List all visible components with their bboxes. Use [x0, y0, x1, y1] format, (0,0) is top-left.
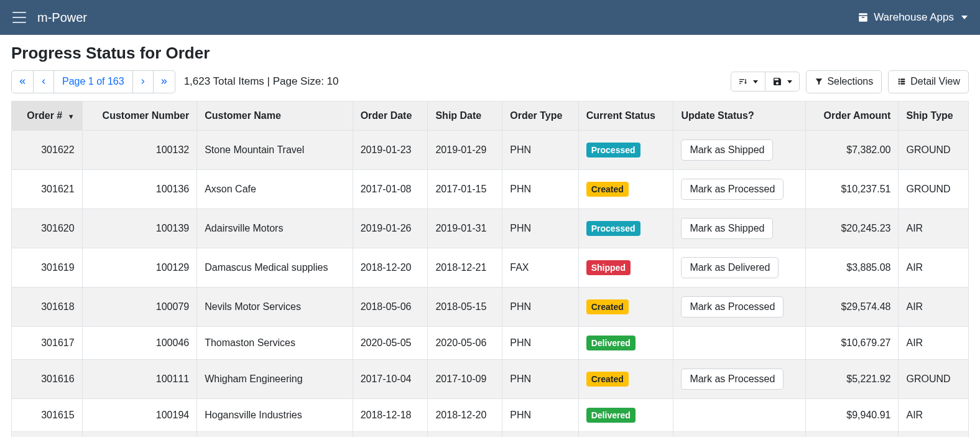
cell-order-amount: $29,574.48: [806, 287, 899, 326]
col-customer-number[interactable]: Customer Number: [82, 101, 197, 130]
detail-view-button[interactable]: Detail View: [888, 70, 969, 93]
col-order-amount[interactable]: Order Amount: [806, 101, 899, 130]
cell-ship-date: 2018-12-21: [428, 248, 502, 287]
cell-current-status: Shipped: [578, 248, 673, 287]
status-badge: Processed: [586, 221, 640, 236]
cell-order-date: 2017-08-20: [353, 432, 428, 437]
prev-page-button[interactable]: [34, 70, 54, 93]
cell-update-status: Mark as Processed: [673, 359, 806, 398]
col-ship-date[interactable]: Ship Date: [428, 101, 502, 130]
col-order-date[interactable]: Order Date: [353, 101, 428, 130]
cell-order-date: 2020-05-05: [353, 326, 428, 359]
cell-order-type: PHN: [502, 398, 578, 431]
update-status-button[interactable]: Mark as Shipped: [681, 218, 773, 239]
svg-rect-2: [899, 81, 900, 82]
cell-order-amount: $9,940.91: [806, 398, 899, 431]
app-header: m-Power Warehouse Apps: [0, 0, 980, 35]
cell-update-status: Mark as Shipped: [673, 130, 806, 169]
cell-customer-name: Whigham Engineering: [197, 359, 353, 398]
cell-ship-type: GROUND: [899, 432, 969, 437]
cell-ship-type: AIR: [899, 326, 969, 359]
table-row: 301622100132Stone Mountain Travel2019-01…: [12, 130, 969, 169]
export-button[interactable]: [765, 72, 800, 92]
svg-rect-0: [899, 79, 900, 80]
table-row: 301614100096Nevils Studios2017-08-202017…: [12, 432, 969, 437]
cell-ship-date: 2017-01-15: [428, 169, 502, 209]
cell-order-number: 301619: [12, 248, 83, 287]
cell-order-date: 2017-10-04: [353, 359, 428, 398]
update-status-button[interactable]: Mark as Shipped: [681, 139, 773, 161]
cell-customer-number: 100111: [82, 359, 197, 398]
cell-ship-type: GROUND: [899, 359, 969, 398]
status-badge: Delivered: [586, 408, 636, 423]
cell-order-amount: $10,679.27: [806, 326, 899, 359]
chevrons-right-icon: [160, 77, 169, 86]
col-ship-type[interactable]: Ship Type: [899, 101, 969, 130]
cell-order-number: 301622: [12, 130, 83, 169]
page-indicator[interactable]: Page 1 of 163: [54, 70, 133, 93]
cell-order-type: PHN: [502, 130, 578, 169]
cell-current-status: Created: [578, 169, 673, 209]
selections-button[interactable]: Selections: [806, 70, 882, 93]
sort-desc-icon: ▼: [68, 113, 75, 120]
cell-order-date: 2017-01-08: [353, 169, 428, 209]
toolbar-right: Selections Detail View: [731, 70, 969, 93]
cell-order-date: 2018-12-20: [353, 248, 428, 287]
update-status-button[interactable]: Mark as Processed: [681, 369, 784, 390]
update-status-button[interactable]: Mark as Processed: [681, 296, 784, 317]
cell-order-date: 2018-05-06: [353, 287, 428, 326]
cell-ship-type: AIR: [899, 398, 969, 431]
update-status-button[interactable]: Mark as Processed: [681, 179, 784, 200]
header-left: m-Power: [12, 11, 87, 25]
table-row: 301619100129Damascus Medical supplies201…: [12, 248, 969, 287]
chevrons-left-icon: [18, 77, 27, 86]
sort-button[interactable]: [731, 72, 765, 92]
cell-update-status: Mark as Shipped: [673, 432, 806, 437]
table-head: Order # ▼ Customer Number Customer Name …: [12, 101, 969, 130]
table-row: 301620100139Adairsville Motors2019-01-26…: [12, 209, 969, 248]
list-icon: [897, 77, 907, 86]
cell-current-status: Delivered: [578, 326, 673, 359]
cell-ship-date: 2018-05-15: [428, 287, 502, 326]
warehouse-apps-menu[interactable]: Warehouse Apps: [858, 11, 968, 24]
cell-order-number: 301618: [12, 287, 83, 326]
status-badge: Created: [586, 299, 629, 314]
table-row: 301618100079Nevils Motor Services2018-05…: [12, 287, 969, 326]
sort-icon: [738, 77, 748, 87]
brand-title[interactable]: m-Power: [37, 11, 87, 25]
hamburger-icon[interactable]: [12, 12, 26, 23]
app-box-icon: [858, 12, 869, 23]
svg-rect-5: [901, 83, 905, 85]
last-page-button[interactable]: [154, 70, 175, 93]
cell-order-date: 2019-01-23: [353, 130, 428, 169]
cell-ship-type: AIR: [899, 287, 969, 326]
cell-customer-name: Adairsville Motors: [197, 209, 353, 248]
cell-order-number: 301615: [12, 398, 83, 431]
filter-icon: [815, 77, 823, 86]
cell-customer-number: 100096: [82, 432, 197, 437]
col-update-status[interactable]: Update Status?: [673, 101, 806, 130]
cell-customer-name: Axson Cafe: [197, 169, 353, 209]
col-customer-name[interactable]: Customer Name: [197, 101, 353, 130]
cell-order-type: PHN: [502, 287, 578, 326]
cell-customer-number: 100046: [82, 326, 197, 359]
col-current-status[interactable]: Current Status: [578, 101, 673, 130]
page-title: Progress Status for Order: [0, 35, 980, 70]
cell-ship-date: 2017-08-28: [428, 432, 502, 437]
cell-order-date: 2018-12-18: [353, 398, 428, 431]
cell-customer-number: 100079: [82, 287, 197, 326]
cell-customer-name: Stone Mountain Travel: [197, 130, 353, 169]
caret-down-icon: [961, 16, 968, 19]
col-order-number[interactable]: Order # ▼: [12, 101, 83, 130]
cell-order-amount: $3,885.08: [806, 248, 899, 287]
cell-customer-name: Thomaston Services: [197, 326, 353, 359]
svg-rect-3: [901, 81, 905, 82]
first-page-button[interactable]: [11, 70, 34, 93]
next-page-button[interactable]: [133, 70, 154, 93]
cell-order-number: 301616: [12, 359, 83, 398]
cell-current-status: Delivered: [578, 398, 673, 431]
sort-export-group: [731, 72, 800, 92]
cell-update-status: Mark as Processed: [673, 169, 806, 209]
col-order-type[interactable]: Order Type: [502, 101, 578, 130]
update-status-button[interactable]: Mark as Delivered: [681, 257, 779, 278]
